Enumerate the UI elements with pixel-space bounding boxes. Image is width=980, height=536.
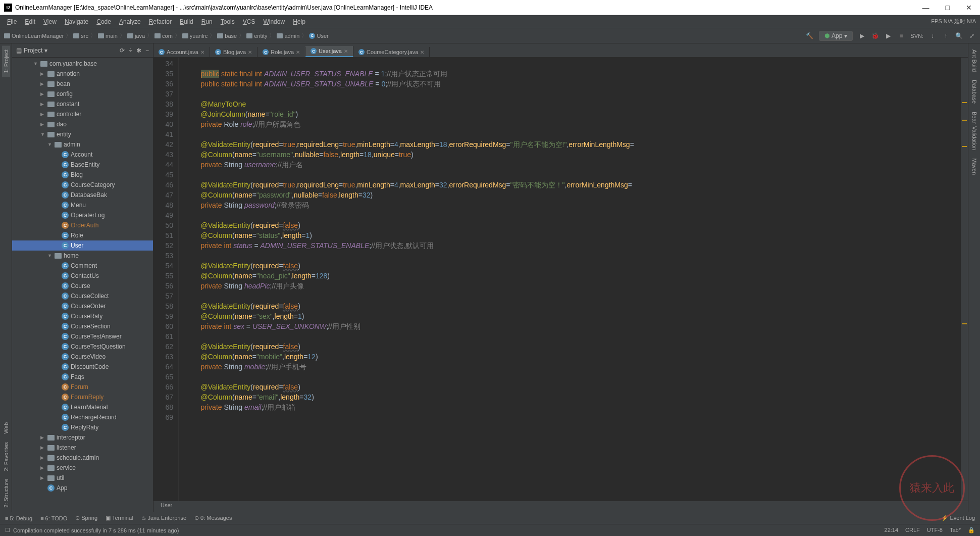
minimize-button[interactable]: — bbox=[918, 4, 934, 12]
tree-item-contactus[interactable]: CContactUs bbox=[12, 271, 153, 281]
menu-navigate[interactable]: Navigate bbox=[62, 17, 91, 26]
tree-item-forumreply[interactable]: CForumReply bbox=[12, 392, 153, 402]
menu-vcs[interactable]: VCS bbox=[240, 17, 259, 26]
breadcrumb-item[interactable]: admin bbox=[277, 33, 299, 39]
close-tab-icon[interactable]: ✕ bbox=[344, 48, 348, 54]
tree-item-discountcode[interactable]: CDiscountCode bbox=[12, 362, 153, 372]
bottom-tool-button[interactable]: ≡ 6: TODO bbox=[40, 515, 67, 521]
code-editor[interactable]: public static final int ADMIN_USER_STATU… bbox=[186, 58, 961, 501]
maximize-button[interactable]: □ bbox=[942, 4, 954, 12]
tool-window-button[interactable]: 2: Structure bbox=[2, 475, 10, 512]
stop-button[interactable]: ■ bbox=[897, 32, 905, 40]
breadcrumb-item[interactable]: com bbox=[154, 33, 173, 39]
menu-run[interactable]: Run bbox=[198, 17, 216, 26]
breadcrumb-item[interactable]: OnlineLearnManager bbox=[4, 33, 64, 39]
tree-item-constant[interactable]: ▶constant bbox=[12, 99, 153, 109]
tree-item-operaterlog[interactable]: COperaterLog bbox=[12, 210, 153, 220]
search-icon[interactable]: 🔍 bbox=[955, 32, 963, 40]
indent-info[interactable]: Tab* bbox=[950, 527, 961, 533]
tree-item-faqs[interactable]: CFaqs bbox=[12, 372, 153, 382]
menu-code[interactable]: Code bbox=[93, 17, 114, 26]
menu-tools[interactable]: Tools bbox=[218, 17, 238, 26]
tree-item-service[interactable]: ▶service bbox=[12, 463, 153, 473]
run-button[interactable]: ▶ bbox=[858, 32, 866, 40]
tree-item-role[interactable]: CRole bbox=[12, 230, 153, 240]
tree-item-forum[interactable]: CForum bbox=[12, 382, 153, 392]
tree-item-learnmaterial[interactable]: CLearnMaterial bbox=[12, 402, 153, 412]
sidebar-tool-icon[interactable]: ÷ bbox=[129, 47, 132, 54]
run-coverage-button[interactable]: ▶ bbox=[884, 32, 892, 40]
svn-update-icon[interactable]: ↓ bbox=[929, 32, 937, 40]
breadcrumb-item[interactable]: java bbox=[127, 33, 145, 39]
tree-item-coursetestanswer[interactable]: CCourseTestAnswer bbox=[12, 331, 153, 342]
close-tab-icon[interactable]: ✕ bbox=[420, 50, 424, 55]
debug-button[interactable]: 🐞 bbox=[871, 32, 879, 40]
tool-window-button[interactable]: Bean Validation bbox=[970, 108, 978, 154]
sidebar-tool-icon[interactable]: ⟳ bbox=[120, 47, 125, 54]
bottom-tool-button[interactable]: ≡ 5: Debug bbox=[5, 515, 32, 521]
tree-item-util[interactable]: ▶util bbox=[12, 473, 153, 483]
build-icon[interactable]: 🔨 bbox=[806, 32, 814, 40]
menu-view[interactable]: View bbox=[40, 17, 60, 26]
tree-item-coursesection[interactable]: CCourseSection bbox=[12, 321, 153, 331]
editor-tab[interactable]: CCourseCategory.java✕ bbox=[353, 47, 430, 57]
expand-icon[interactable]: ⤢ bbox=[968, 32, 976, 40]
tool-window-button[interactable]: Web bbox=[2, 418, 10, 437]
tree-item-bean[interactable]: ▶bean bbox=[12, 79, 153, 89]
bottom-tool-button[interactable]: ▣ Terminal bbox=[106, 515, 133, 521]
editor-tab[interactable]: CAccount.java✕ bbox=[153, 47, 210, 57]
tree-item-coursevideo[interactable]: CCourseVideo bbox=[12, 352, 153, 362]
tree-item-home[interactable]: ▼home bbox=[12, 251, 153, 261]
tool-window-button[interactable]: Ant Build bbox=[970, 45, 978, 76]
tree-item-coursecollect[interactable]: CCourseCollect bbox=[12, 291, 153, 301]
editor-breadcrumb[interactable]: User bbox=[153, 501, 968, 512]
close-tab-icon[interactable]: ✕ bbox=[248, 50, 252, 55]
line-number-gutter[interactable]: 34 35 36 37 38 39 40 41 42 43 44 45 46 4… bbox=[153, 58, 179, 501]
tree-item-rechargerecord[interactable]: CRechargeRecord bbox=[12, 412, 153, 422]
sidebar-tool-icon[interactable]: − bbox=[145, 47, 149, 54]
tree-item-baseentity[interactable]: CBaseEntity bbox=[12, 160, 153, 170]
breadcrumb-item[interactable]: base bbox=[217, 33, 237, 39]
tree-item-controller[interactable]: ▶controller bbox=[12, 109, 153, 119]
tree-item-orderauth[interactable]: COrderAuth bbox=[12, 220, 153, 230]
menu-refactor[interactable]: Refactor bbox=[146, 17, 175, 26]
fold-gutter[interactable] bbox=[179, 58, 186, 501]
breadcrumb[interactable]: OnlineLearnManager〉src〉main〉java〉com〉yua… bbox=[4, 32, 329, 39]
file-encoding[interactable]: UTF-8 bbox=[927, 527, 943, 533]
status-icon[interactable]: ☐ bbox=[5, 527, 10, 533]
tree-item-entity[interactable]: ▼entity bbox=[12, 129, 153, 139]
tree-item-replyraty[interactable]: CReplyRaty bbox=[12, 422, 153, 432]
project-tree[interactable]: ▼com.yuanlrc.base▶annotion▶bean▶config▶c… bbox=[12, 58, 153, 512]
editor-tab[interactable]: CBlog.java✕ bbox=[210, 47, 257, 57]
tree-item-coursetestquestion[interactable]: CCourseTestQuestion bbox=[12, 342, 153, 352]
menu-help[interactable]: Help bbox=[290, 17, 308, 26]
tree-item-courseorder[interactable]: CCourseOrder bbox=[12, 301, 153, 311]
line-separator[interactable]: CRLF bbox=[905, 527, 920, 533]
svn-commit-icon[interactable]: ↑ bbox=[942, 32, 950, 40]
run-config-selector[interactable]: ⬢ App ▾ bbox=[819, 31, 853, 41]
bottom-tool-button[interactable]: ♨ Java Enterprise bbox=[141, 515, 186, 521]
sidebar-title[interactable]: Project bbox=[24, 47, 42, 54]
tool-window-button[interactable]: Database bbox=[970, 76, 978, 108]
tree-item-schedule.admin[interactable]: ▶schedule.admin bbox=[12, 453, 153, 463]
menu-window[interactable]: Window bbox=[260, 17, 288, 26]
tree-item-coursecategory[interactable]: CCourseCategory bbox=[12, 180, 153, 190]
breadcrumb-item[interactable]: yuanlrc bbox=[182, 33, 208, 39]
sidebar-tool-icon[interactable]: ✱ bbox=[136, 47, 141, 54]
tree-item-menu[interactable]: CMenu bbox=[12, 200, 153, 210]
breadcrumb-item[interactable]: src bbox=[73, 33, 88, 39]
close-tab-icon[interactable]: ✕ bbox=[200, 50, 204, 55]
bottom-tool-button[interactable]: ⊙ 0: Messages bbox=[194, 515, 232, 521]
close-button[interactable]: ✕ bbox=[962, 4, 976, 12]
tree-item-comment[interactable]: CComment bbox=[12, 261, 153, 271]
tree-item-course[interactable]: CCourse bbox=[12, 281, 153, 291]
tree-item-courseraty[interactable]: CCourseRaty bbox=[12, 311, 153, 321]
editor-tab[interactable]: CRole.java✕ bbox=[257, 47, 305, 57]
menu-build[interactable]: Build bbox=[177, 17, 196, 26]
tree-item-blog[interactable]: CBlog bbox=[12, 170, 153, 180]
event-log-button[interactable]: ⚡ Event Log bbox=[941, 515, 975, 521]
tree-item-interceptor[interactable]: ▶interceptor bbox=[12, 432, 153, 443]
close-tab-icon[interactable]: ✕ bbox=[296, 50, 300, 55]
editor-tab[interactable]: CUser.java✕ bbox=[305, 46, 353, 57]
tool-window-button[interactable]: 2: Favorites bbox=[2, 438, 10, 475]
